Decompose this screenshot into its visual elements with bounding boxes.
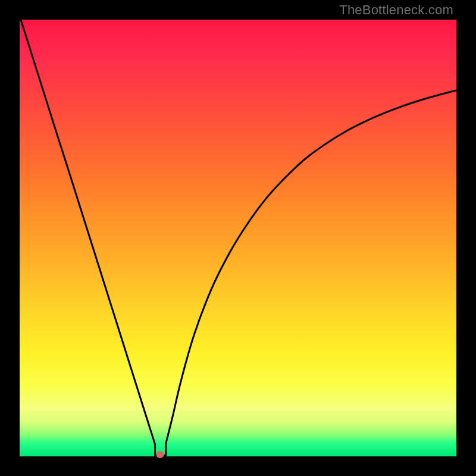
attribution-label: TheBottleneck.com <box>339 2 453 18</box>
curve-left <box>15 2 155 444</box>
plot-area <box>20 20 456 456</box>
curve-layer <box>20 20 456 456</box>
chart-frame: TheBottleneck.com <box>0 0 476 476</box>
curve-right <box>166 90 456 443</box>
minimum-marker <box>156 451 164 458</box>
